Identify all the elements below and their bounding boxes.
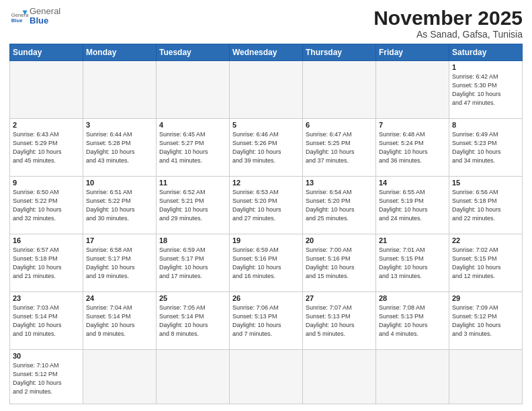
calendar-cell bbox=[157, 350, 230, 404]
day-number: 4 bbox=[159, 121, 226, 129]
day-number: 7 bbox=[379, 121, 446, 129]
day-info: Sunrise: 6:52 AM Sunset: 5:21 PM Dayligh… bbox=[159, 188, 226, 223]
day-info: Sunrise: 6:59 AM Sunset: 5:17 PM Dayligh… bbox=[159, 246, 226, 281]
day-info: Sunrise: 7:09 AM Sunset: 5:12 PM Dayligh… bbox=[452, 304, 519, 338]
calendar-cell: 19Sunrise: 6:59 AM Sunset: 5:16 PM Dayli… bbox=[230, 234, 303, 292]
calendar-table: SundayMondayTuesdayWednesdayThursdayFrid… bbox=[9, 44, 523, 404]
calendar-cell bbox=[10, 61, 83, 119]
calendar-cell: 17Sunrise: 6:58 AM Sunset: 5:17 PM Dayli… bbox=[83, 234, 157, 292]
calendar-cell: 21Sunrise: 7:01 AM Sunset: 5:15 PM Dayli… bbox=[376, 234, 449, 292]
calendar-cell bbox=[449, 350, 523, 404]
calendar-cell: 16Sunrise: 6:57 AM Sunset: 5:18 PM Dayli… bbox=[10, 234, 83, 292]
logo: General Blue General Blue bbox=[9, 7, 60, 26]
calendar-cell: 30Sunrise: 7:10 AM Sunset: 5:12 PM Dayli… bbox=[10, 350, 83, 404]
logo-icon: General Blue bbox=[9, 7, 28, 26]
day-number: 19 bbox=[232, 236, 300, 244]
day-number: 17 bbox=[86, 236, 153, 244]
day-number: 12 bbox=[232, 179, 300, 187]
day-number: 8 bbox=[452, 121, 519, 129]
weekday-header-monday: Monday bbox=[83, 44, 157, 61]
calendar-cell bbox=[303, 61, 376, 119]
day-info: Sunrise: 7:01 AM Sunset: 5:15 PM Dayligh… bbox=[379, 246, 446, 281]
calendar-cell: 8Sunrise: 6:49 AM Sunset: 5:23 PM Daylig… bbox=[449, 119, 523, 177]
calendar-cell bbox=[157, 61, 230, 119]
day-number: 3 bbox=[86, 121, 153, 129]
calendar-cell bbox=[303, 350, 376, 404]
day-number: 23 bbox=[13, 294, 80, 302]
weekday-header-tuesday: Tuesday bbox=[157, 44, 230, 61]
day-number: 9 bbox=[13, 179, 80, 187]
header: General Blue General Blue November 2025 … bbox=[9, 7, 523, 40]
day-number: 5 bbox=[232, 121, 300, 129]
day-info: Sunrise: 6:49 AM Sunset: 5:23 PM Dayligh… bbox=[452, 130, 519, 165]
day-info: Sunrise: 7:05 AM Sunset: 5:14 PM Dayligh… bbox=[159, 304, 226, 338]
calendar-cell: 20Sunrise: 7:00 AM Sunset: 5:16 PM Dayli… bbox=[303, 234, 376, 292]
day-info: Sunrise: 7:10 AM Sunset: 5:12 PM Dayligh… bbox=[13, 361, 80, 396]
day-info: Sunrise: 6:50 AM Sunset: 5:22 PM Dayligh… bbox=[13, 188, 80, 223]
calendar-cell: 22Sunrise: 7:02 AM Sunset: 5:15 PM Dayli… bbox=[449, 234, 523, 292]
calendar-cell: 26Sunrise: 7:06 AM Sunset: 5:13 PM Dayli… bbox=[230, 292, 303, 350]
calendar-cell: 14Sunrise: 6:55 AM Sunset: 5:19 PM Dayli… bbox=[376, 177, 449, 234]
logo-blue: Blue bbox=[30, 16, 60, 26]
day-info: Sunrise: 7:03 AM Sunset: 5:14 PM Dayligh… bbox=[13, 304, 80, 338]
day-number: 6 bbox=[306, 121, 373, 129]
calendar-cell: 25Sunrise: 7:05 AM Sunset: 5:14 PM Dayli… bbox=[157, 292, 230, 350]
weekday-header-sunday: Sunday bbox=[10, 44, 83, 61]
calendar-cell: 5Sunrise: 6:46 AM Sunset: 5:26 PM Daylig… bbox=[230, 119, 303, 177]
day-number: 18 bbox=[159, 236, 226, 244]
calendar-cell: 1Sunrise: 6:42 AM Sunset: 5:30 PM Daylig… bbox=[449, 61, 523, 119]
calendar-cell: 12Sunrise: 6:53 AM Sunset: 5:20 PM Dayli… bbox=[230, 177, 303, 234]
weekday-header-wednesday: Wednesday bbox=[230, 44, 303, 61]
calendar-cell: 9Sunrise: 6:50 AM Sunset: 5:22 PM Daylig… bbox=[10, 177, 83, 234]
day-info: Sunrise: 6:42 AM Sunset: 5:30 PM Dayligh… bbox=[452, 73, 519, 107]
day-number: 15 bbox=[452, 179, 519, 187]
day-info: Sunrise: 7:00 AM Sunset: 5:16 PM Dayligh… bbox=[306, 246, 373, 281]
day-info: Sunrise: 6:57 AM Sunset: 5:18 PM Dayligh… bbox=[13, 246, 80, 281]
day-info: Sunrise: 7:04 AM Sunset: 5:14 PM Dayligh… bbox=[86, 304, 153, 338]
calendar-cell: 6Sunrise: 6:47 AM Sunset: 5:25 PM Daylig… bbox=[303, 119, 376, 177]
day-info: Sunrise: 6:47 AM Sunset: 5:25 PM Dayligh… bbox=[306, 130, 373, 165]
weekday-header-friday: Friday bbox=[376, 44, 449, 61]
day-info: Sunrise: 6:51 AM Sunset: 5:22 PM Dayligh… bbox=[86, 188, 153, 223]
day-number: 14 bbox=[379, 179, 446, 187]
day-number: 11 bbox=[159, 179, 226, 187]
calendar-cell: 28Sunrise: 7:08 AM Sunset: 5:13 PM Dayli… bbox=[376, 292, 449, 350]
day-number: 28 bbox=[379, 294, 446, 302]
day-number: 1 bbox=[452, 63, 519, 71]
svg-text:Blue: Blue bbox=[11, 17, 23, 24]
calendar-cell bbox=[83, 350, 157, 404]
day-number: 21 bbox=[379, 236, 446, 244]
calendar-cell bbox=[230, 350, 303, 404]
day-info: Sunrise: 6:53 AM Sunset: 5:20 PM Dayligh… bbox=[232, 188, 300, 223]
calendar-cell: 3Sunrise: 6:44 AM Sunset: 5:28 PM Daylig… bbox=[83, 119, 157, 177]
calendar-cell: 13Sunrise: 6:54 AM Sunset: 5:20 PM Dayli… bbox=[303, 177, 376, 234]
calendar-cell: 23Sunrise: 7:03 AM Sunset: 5:14 PM Dayli… bbox=[10, 292, 83, 350]
day-info: Sunrise: 7:08 AM Sunset: 5:13 PM Dayligh… bbox=[379, 304, 446, 338]
day-number: 29 bbox=[452, 294, 519, 302]
day-info: Sunrise: 7:02 AM Sunset: 5:15 PM Dayligh… bbox=[452, 246, 519, 281]
day-info: Sunrise: 6:58 AM Sunset: 5:17 PM Dayligh… bbox=[86, 246, 153, 281]
day-number: 22 bbox=[452, 236, 519, 244]
calendar-cell bbox=[83, 61, 157, 119]
day-number: 27 bbox=[306, 294, 373, 302]
day-info: Sunrise: 6:48 AM Sunset: 5:24 PM Dayligh… bbox=[379, 130, 446, 165]
calendar-cell: 10Sunrise: 6:51 AM Sunset: 5:22 PM Dayli… bbox=[83, 177, 157, 234]
calendar-cell: 18Sunrise: 6:59 AM Sunset: 5:17 PM Dayli… bbox=[157, 234, 230, 292]
day-number: 26 bbox=[232, 294, 300, 302]
calendar-cell: 29Sunrise: 7:09 AM Sunset: 5:12 PM Dayli… bbox=[449, 292, 523, 350]
location: As Sanad, Gafsa, Tunisia bbox=[373, 29, 523, 40]
day-number: 25 bbox=[159, 294, 226, 302]
day-info: Sunrise: 6:54 AM Sunset: 5:20 PM Dayligh… bbox=[306, 188, 373, 223]
calendar-cell: 15Sunrise: 6:56 AM Sunset: 5:18 PM Dayli… bbox=[449, 177, 523, 234]
day-info: Sunrise: 6:46 AM Sunset: 5:26 PM Dayligh… bbox=[232, 130, 300, 165]
calendar-cell bbox=[376, 61, 449, 119]
day-info: Sunrise: 6:43 AM Sunset: 5:29 PM Dayligh… bbox=[13, 130, 80, 165]
weekday-header-row: SundayMondayTuesdayWednesdayThursdayFrid… bbox=[10, 44, 523, 61]
day-number: 16 bbox=[13, 236, 80, 244]
day-info: Sunrise: 6:55 AM Sunset: 5:19 PM Dayligh… bbox=[379, 188, 446, 223]
day-info: Sunrise: 7:06 AM Sunset: 5:13 PM Dayligh… bbox=[232, 304, 300, 338]
weekday-header-thursday: Thursday bbox=[303, 44, 376, 61]
calendar-cell bbox=[230, 61, 303, 119]
day-number: 30 bbox=[13, 352, 80, 360]
day-info: Sunrise: 6:44 AM Sunset: 5:28 PM Dayligh… bbox=[86, 130, 153, 165]
